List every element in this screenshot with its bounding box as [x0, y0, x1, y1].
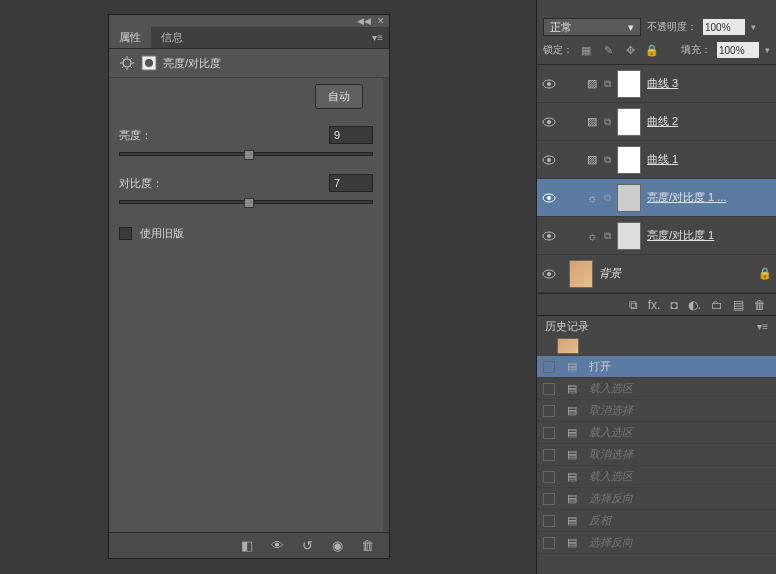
chevron-down-icon: ▾: [628, 21, 634, 34]
view-previous-icon[interactable]: 👁: [269, 538, 285, 554]
visibility-icon[interactable]: [541, 190, 557, 206]
mask-thumb[interactable]: [617, 222, 641, 250]
history-item[interactable]: ▤ 取消选择: [537, 444, 776, 466]
panel-titlebar: ◀◀ ✕: [109, 15, 389, 27]
history-item[interactable]: ▤ 载入选区: [537, 422, 776, 444]
svg-point-14: [547, 120, 551, 124]
brightness-value[interactable]: [329, 126, 373, 144]
history-snapshot-row[interactable]: [537, 336, 776, 356]
snapshot-thumb[interactable]: [557, 338, 579, 354]
svg-point-18: [547, 196, 551, 200]
history-label: 打开: [589, 359, 611, 374]
lock-all-icon[interactable]: 🔒: [645, 43, 659, 57]
link-layers-icon[interactable]: ⧉: [629, 298, 638, 312]
visibility-icon[interactable]: [541, 76, 557, 92]
brightness-slider[interactable]: [119, 152, 373, 156]
layer-thumb[interactable]: [569, 260, 593, 288]
trash-icon[interactable]: 🗑: [754, 298, 766, 312]
svg-line-8: [131, 58, 133, 60]
mask-thumb[interactable]: [617, 184, 641, 212]
mask-thumb[interactable]: [617, 108, 641, 136]
layer-row[interactable]: ☼ ⧉ 亮度/对比度 1: [537, 217, 776, 255]
mask-thumb[interactable]: [617, 70, 641, 98]
layer-name[interactable]: 曲线 2: [647, 114, 678, 129]
history-label: 取消选择: [589, 447, 633, 462]
history-marker[interactable]: [543, 449, 555, 461]
layer-row[interactable]: ▨ ⧉ 曲线 3: [537, 65, 776, 103]
new-layer-icon[interactable]: ▤: [733, 298, 744, 312]
document-icon: ▤: [565, 514, 579, 528]
history-marker[interactable]: [543, 471, 555, 483]
chevron-down-icon[interactable]: ▾: [751, 22, 756, 32]
layer-name[interactable]: 亮度/对比度 1 ...: [647, 190, 726, 205]
opacity-value[interactable]: 100%: [703, 19, 745, 35]
layer-name[interactable]: 曲线 3: [647, 76, 678, 91]
panel-menu-icon[interactable]: ▾≡: [757, 321, 768, 332]
layer-name[interactable]: 背景: [599, 266, 621, 281]
history-marker[interactable]: [543, 515, 555, 527]
document-icon: ▤: [565, 360, 579, 374]
visibility-icon[interactable]: [541, 228, 557, 244]
visibility-icon[interactable]: [541, 114, 557, 130]
layer-name[interactable]: 亮度/对比度 1: [647, 228, 714, 243]
blend-mode-value: 正常: [550, 20, 572, 35]
layer-list: ▨ ⧉ 曲线 3 ▨ ⧉ 曲线 2 ▨ ⧉ 曲线 1: [537, 64, 776, 293]
visibility-icon[interactable]: [541, 152, 557, 168]
history-item[interactable]: ▤ 载入选区: [537, 378, 776, 400]
tab-properties[interactable]: 属性: [109, 27, 151, 48]
contrast-slider[interactable]: [119, 200, 373, 204]
brightness-thumb[interactable]: [244, 150, 254, 160]
history-item[interactable]: ▤ 选择反向: [537, 532, 776, 554]
history-item[interactable]: ▤ 反相: [537, 510, 776, 532]
svg-line-6: [131, 67, 133, 69]
lock-position-icon[interactable]: ✥: [623, 43, 637, 57]
visibility-icon[interactable]: [541, 266, 557, 282]
legacy-checkbox[interactable]: [119, 227, 132, 240]
clip-icon[interactable]: ◧: [239, 538, 255, 554]
history-marker[interactable]: [543, 361, 555, 373]
lock-icons: ▦ ✎ ✥ 🔒: [579, 43, 659, 57]
fill-value[interactable]: 100%: [717, 42, 759, 58]
history-item[interactable]: ▤ 取消选择: [537, 400, 776, 422]
mask-add-icon[interactable]: ◘: [670, 298, 677, 312]
layer-row[interactable]: ▨ ⧉ 曲线 2: [537, 103, 776, 141]
history-item[interactable]: ▤ 打开: [537, 356, 776, 378]
mask-thumb[interactable]: [617, 146, 641, 174]
history-marker[interactable]: [543, 405, 555, 417]
history-tab[interactable]: 历史记录: [545, 319, 589, 334]
auto-button[interactable]: 自动: [315, 84, 363, 109]
layer-row[interactable]: ▨ ⧉ 曲线 1: [537, 141, 776, 179]
mask-icon: [141, 55, 157, 71]
adjustment-add-icon[interactable]: ◐.: [688, 298, 701, 312]
history-item[interactable]: ▤ 载入选区: [537, 466, 776, 488]
blend-mode-dropdown[interactable]: 正常▾: [543, 18, 641, 36]
history-label: 反相: [589, 513, 611, 528]
layer-name[interactable]: 曲线 1: [647, 152, 678, 167]
history-marker[interactable]: [543, 383, 555, 395]
toggle-visibility-icon[interactable]: ◉: [329, 538, 345, 554]
group-icon[interactable]: 🗀: [711, 298, 723, 312]
fx-icon[interactable]: fx.: [648, 298, 661, 312]
document-icon: ▤: [565, 470, 579, 484]
reset-icon[interactable]: ↺: [299, 538, 315, 554]
properties-panel: ◀◀ ✕ 属性 信息 ▾≡ 亮度/对比度 自动 亮度： 对比度：: [108, 14, 390, 559]
document-icon: ▤: [565, 448, 579, 462]
lock-transparent-icon[interactable]: ▦: [579, 43, 593, 57]
contrast-value[interactable]: [329, 174, 373, 192]
collapse-icon[interactable]: ◀◀: [357, 16, 371, 26]
panel-menu-icon[interactable]: ▾≡: [372, 32, 383, 43]
contrast-thumb[interactable]: [244, 198, 254, 208]
chevron-down-icon[interactable]: ▾: [765, 45, 770, 55]
layer-row[interactable]: ☼ ⧉ 亮度/对比度 1 ...: [537, 179, 776, 217]
brightness-contrast-icon: ☼: [583, 227, 601, 245]
close-icon[interactable]: ✕: [377, 16, 385, 26]
trash-icon[interactable]: 🗑: [359, 538, 375, 554]
tab-info[interactable]: 信息: [151, 27, 193, 48]
lock-pixels-icon[interactable]: ✎: [601, 43, 615, 57]
svg-line-7: [122, 67, 124, 69]
history-marker[interactable]: [543, 493, 555, 505]
history-item[interactable]: ▤ 选择反向: [537, 488, 776, 510]
history-marker[interactable]: [543, 537, 555, 549]
history-marker[interactable]: [543, 427, 555, 439]
layer-row[interactable]: 背景 🔒: [537, 255, 776, 293]
